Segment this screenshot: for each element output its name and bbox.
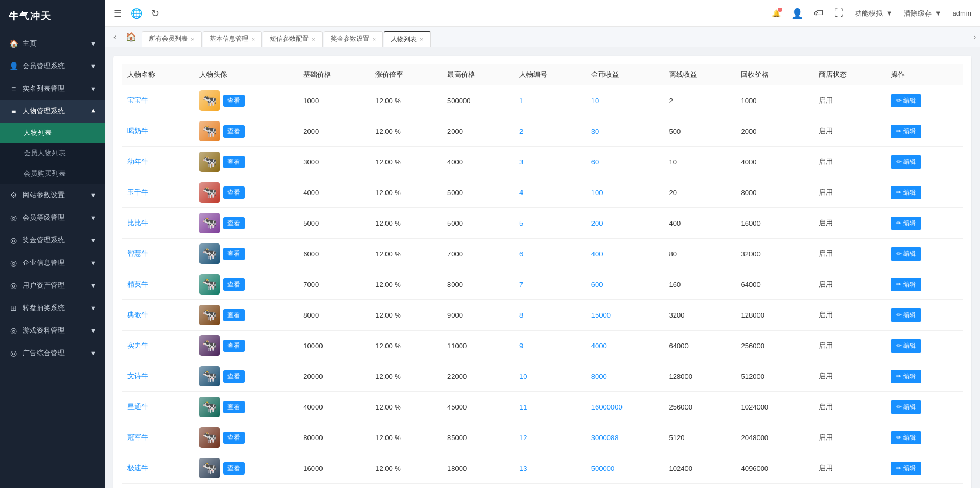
sidebar-item-realname[interactable]: ≡ 实名列表管理 ▼ bbox=[0, 77, 105, 100]
edit-button[interactable]: ✏ 编辑 bbox=[891, 217, 921, 230]
chevron-site: ▼ bbox=[90, 192, 96, 198]
edit-button[interactable]: ✏ 编辑 bbox=[891, 155, 921, 169]
tab-all-members[interactable]: 所有会员列表 × bbox=[142, 31, 201, 47]
tab-close-sms-config[interactable]: × bbox=[312, 36, 315, 42]
edit-button[interactable]: ✏ 编辑 bbox=[891, 431, 921, 444]
table-row: 精英牛 🐄 查看 7000 12.00 % 8000 7 600 160 640… bbox=[122, 269, 963, 300]
cell-name: 实力牛 bbox=[122, 331, 194, 361]
cell-gold: 15000 bbox=[586, 300, 664, 331]
cell-action: ✏ 编辑 bbox=[885, 300, 963, 331]
cell-avatar: 🐄 查看 bbox=[194, 177, 298, 208]
view-button[interactable]: 查看 bbox=[223, 278, 245, 291]
tab-close-character-list[interactable]: × bbox=[420, 36, 423, 42]
cell-id: 8 bbox=[514, 300, 586, 331]
sidebar-item-character-mgmt[interactable]: ≡ 人物管理系统 ▼ bbox=[0, 100, 105, 123]
cell-base-price: 32000 bbox=[298, 484, 370, 489]
edit-button[interactable]: ✏ 编辑 bbox=[891, 308, 921, 322]
table-row: 星通牛 🐄 查看 40000 12.00 % 45000 11 16000000… bbox=[122, 392, 963, 422]
clear-cache-dropdown[interactable]: 清除缓存 ▼ bbox=[904, 9, 942, 18]
game-icon: ◎ bbox=[9, 326, 18, 335]
cell-offline: 400 bbox=[664, 208, 736, 239]
sidebar-item-member-level[interactable]: ◎ 会员等级管理 ▼ bbox=[0, 206, 105, 229]
sidebar-item-member-mgmt[interactable]: 👤 会员管理系统 ▼ bbox=[0, 55, 105, 77]
view-button[interactable]: 查看 bbox=[223, 217, 245, 229]
edit-button[interactable]: ✏ 编辑 bbox=[891, 462, 921, 475]
view-button[interactable]: 查看 bbox=[223, 370, 245, 383]
view-button[interactable]: 查看 bbox=[223, 462, 245, 475]
edit-button[interactable]: ✏ 编辑 bbox=[891, 278, 921, 291]
cell-max-price: 18000 bbox=[442, 453, 514, 484]
table-row: 宝宝牛 🐄 查看 1000 12.00 % 500000 1 10 2 1000… bbox=[122, 85, 963, 116]
globe-icon[interactable]: 🌐 bbox=[131, 8, 142, 19]
sidebar-label-game: 游戏资料管理 bbox=[23, 326, 65, 335]
mode-dropdown[interactable]: 功能模拟 ▼ bbox=[855, 9, 893, 18]
notification-icon[interactable]: 🔔 bbox=[772, 9, 781, 17]
tab-label-sms-config: 短信参数配置 bbox=[270, 34, 309, 44]
view-button[interactable]: 查看 bbox=[223, 186, 245, 199]
sidebar-item-ad-mgmt[interactable]: ◎ 广告综合管理 ▼ bbox=[0, 342, 105, 364]
sidebar-sub-item-character-list[interactable]: 人物列表 bbox=[0, 123, 105, 143]
refresh-icon[interactable]: ↻ bbox=[151, 8, 159, 19]
edit-button[interactable]: ✏ 编辑 bbox=[891, 400, 921, 414]
tab-prev-btn[interactable]: ‹ bbox=[109, 32, 120, 42]
tag-icon[interactable]: 🏷 bbox=[814, 8, 824, 19]
edit-button[interactable]: ✏ 编辑 bbox=[891, 370, 921, 383]
tab-close-all-members[interactable]: × bbox=[191, 36, 194, 42]
view-button[interactable]: 查看 bbox=[223, 309, 245, 321]
sidebar-item-prize-mgmt[interactable]: ◎ 奖金管理系统 ▼ bbox=[0, 229, 105, 252]
cell-base-price: 6000 bbox=[298, 239, 370, 269]
table-row: 比比牛 🐄 查看 5000 12.00 % 5000 5 200 400 160… bbox=[122, 208, 963, 239]
sidebar-item-game-data[interactable]: ◎ 游戏资料管理 ▼ bbox=[0, 319, 105, 342]
view-button[interactable]: 查看 bbox=[223, 432, 245, 444]
tab-character-list[interactable]: 人物列表 × bbox=[384, 31, 430, 47]
edit-button[interactable]: ✏ 编辑 bbox=[891, 125, 921, 138]
edit-button[interactable]: ✏ 编辑 bbox=[891, 247, 921, 261]
user-circle-icon[interactable]: 👤 bbox=[791, 8, 803, 19]
tab-home-btn[interactable]: 🏠 bbox=[121, 32, 141, 42]
view-button[interactable]: 查看 bbox=[223, 340, 245, 352]
view-button[interactable]: 查看 bbox=[223, 248, 245, 260]
tab-prize-config[interactable]: 奖金参数设置 × bbox=[324, 31, 383, 47]
cell-max-price: 11000 bbox=[442, 331, 514, 361]
cell-status: 启用 bbox=[813, 177, 885, 208]
cell-avatar: 🐄 查看 bbox=[194, 239, 298, 269]
level-icon: ◎ bbox=[9, 213, 18, 222]
cell-recycle: 2048000 bbox=[735, 422, 813, 453]
cell-recycle: 2000 bbox=[735, 116, 813, 147]
sidebar-item-home[interactable]: 🏠 主页 ▼ bbox=[0, 32, 105, 55]
cell-rate: 12.00 % bbox=[370, 453, 442, 484]
cell-action: ✏ 编辑 bbox=[885, 392, 963, 422]
user-menu[interactable]: admin bbox=[953, 9, 971, 17]
tab-close-basic-info[interactable]: × bbox=[252, 36, 255, 42]
view-button[interactable]: 查看 bbox=[223, 125, 245, 138]
tab-sms-config[interactable]: 短信参数配置 × bbox=[263, 31, 322, 47]
cell-recycle: 8000 bbox=[735, 177, 813, 208]
cell-gold: 500000 bbox=[586, 453, 664, 484]
view-button[interactable]: 查看 bbox=[223, 95, 245, 107]
tab-label-basic-info: 基本信息管理 bbox=[210, 34, 248, 44]
view-button[interactable]: 查看 bbox=[223, 401, 245, 413]
cell-id: 6 bbox=[514, 239, 586, 269]
edit-button[interactable]: ✏ 编辑 bbox=[891, 339, 921, 353]
view-button[interactable]: 查看 bbox=[223, 156, 245, 168]
realname-icon: ≡ bbox=[9, 84, 18, 93]
sidebar-item-user-assets[interactable]: ◎ 用户资产管理 ▼ bbox=[0, 274, 105, 297]
fullscreen-icon[interactable]: ⛶ bbox=[834, 8, 844, 19]
tab-close-prize-config[interactable]: × bbox=[373, 36, 376, 42]
character-table: 人物名称 人物头像 基础价格 涨价倍率 最高价格 人物编号 金币收益 离线收益 … bbox=[122, 64, 963, 488]
sidebar-sub-item-member-buy-list[interactable]: 会员购买列表 bbox=[0, 163, 105, 184]
tab-more-btn[interactable]: › bbox=[974, 33, 976, 41]
edit-button[interactable]: ✏ 编辑 bbox=[891, 186, 921, 199]
enterprise-icon: ◎ bbox=[9, 259, 18, 267]
sidebar-item-turntable[interactable]: ⊞ 转盘抽奖系统 ▼ bbox=[0, 297, 105, 319]
cell-gold: 30 bbox=[586, 116, 664, 147]
sidebar-item-site-settings[interactable]: ⚙ 网站参数设置 ▼ bbox=[0, 184, 105, 206]
edit-button[interactable]: ✏ 编辑 bbox=[891, 94, 921, 107]
cell-max-price: 45000 bbox=[442, 392, 514, 422]
tab-basic-info[interactable]: 基本信息管理 × bbox=[203, 31, 262, 47]
menu-toggle-icon[interactable]: ☰ bbox=[113, 8, 122, 19]
cell-rate: 12.00 % bbox=[370, 147, 442, 177]
sidebar-item-enterprise[interactable]: ◎ 企业信息管理 ▼ bbox=[0, 252, 105, 274]
sidebar-sub-item-member-character-list[interactable]: 会员人物列表 bbox=[0, 143, 105, 163]
tab-label-character-list: 人物列表 bbox=[391, 35, 417, 44]
